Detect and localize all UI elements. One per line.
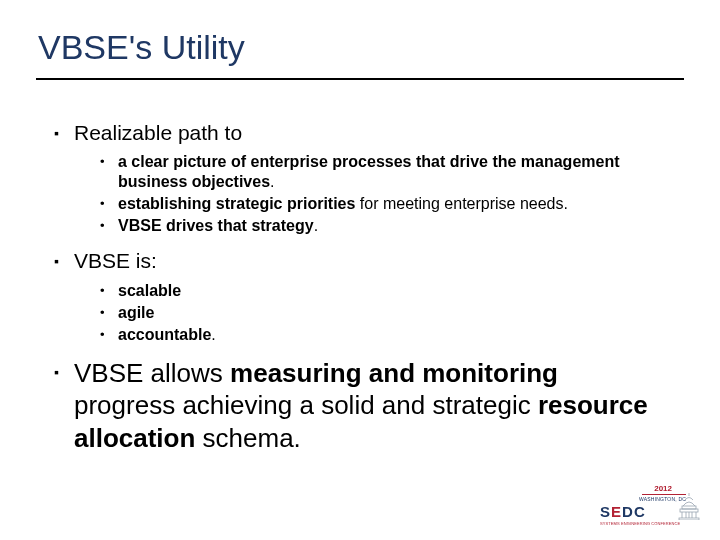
logo-year: 2012 [654, 484, 672, 493]
bullet-text: Realizable path to [74, 120, 242, 146]
bullet-vbse-allows: ▪ VBSE allows measuring and monitoring p… [54, 357, 664, 455]
bullet-text: VBSE is: [74, 248, 157, 274]
capitol-dome-icon [678, 492, 700, 520]
bullet-realizable-path: ▪ Realizable path to [54, 120, 664, 146]
svg-rect-7 [679, 518, 699, 520]
sub-bullet: • a clear picture of enterprise processe… [100, 152, 664, 192]
square-bullet-icon: ▪ [54, 125, 74, 143]
bullet-text: VBSE allows measuring and monitoring pro… [74, 357, 664, 455]
sub-bullet-text: scalable [118, 281, 181, 301]
dot-bullet-icon: • [100, 305, 118, 321]
square-bullet-icon: ▪ [54, 253, 74, 271]
sedc-logo: 2012 WASHINGTON, DC SEDC SYSTEMS ENGINEE… [600, 484, 700, 526]
sub-bullet: • establishing strategic priorities for … [100, 194, 664, 214]
slide-title: VBSE's Utility [38, 28, 245, 67]
bullet-vbse-is: ▪ VBSE is: [54, 248, 664, 274]
sub-bullet-text: agile [118, 303, 154, 323]
title-rule [36, 78, 684, 80]
logo-tagline: SYSTEMS ENGINEERING CONFERENCE [600, 521, 680, 526]
sub-bullet-text: accountable. [118, 325, 216, 345]
sub-bullet-text: establishing strategic priorities for me… [118, 194, 568, 214]
dot-bullet-icon: • [100, 283, 118, 299]
svg-rect-1 [680, 509, 698, 512]
sub-bullet: • agile [100, 303, 664, 323]
sub-bullet: • scalable [100, 281, 664, 301]
sub-bullet-text: VBSE drives that strategy. [118, 216, 318, 236]
sub-bullet: • VBSE drives that strategy. [100, 216, 664, 236]
slide: VBSE's Utility ▪ Realizable path to • a … [0, 0, 720, 540]
dot-bullet-icon: • [100, 196, 118, 212]
dot-bullet-icon: • [100, 154, 118, 170]
sub-bullet: • accountable. [100, 325, 664, 345]
logo-main: SEDC [600, 503, 646, 520]
slide-body: ▪ Realizable path to • a clear picture o… [54, 120, 664, 460]
sub-bullet-text: a clear picture of enterprise processes … [118, 152, 664, 192]
square-bullet-icon: ▪ [54, 364, 74, 382]
svg-rect-0 [682, 506, 696, 509]
dot-bullet-icon: • [100, 218, 118, 234]
dot-bullet-icon: • [100, 327, 118, 343]
